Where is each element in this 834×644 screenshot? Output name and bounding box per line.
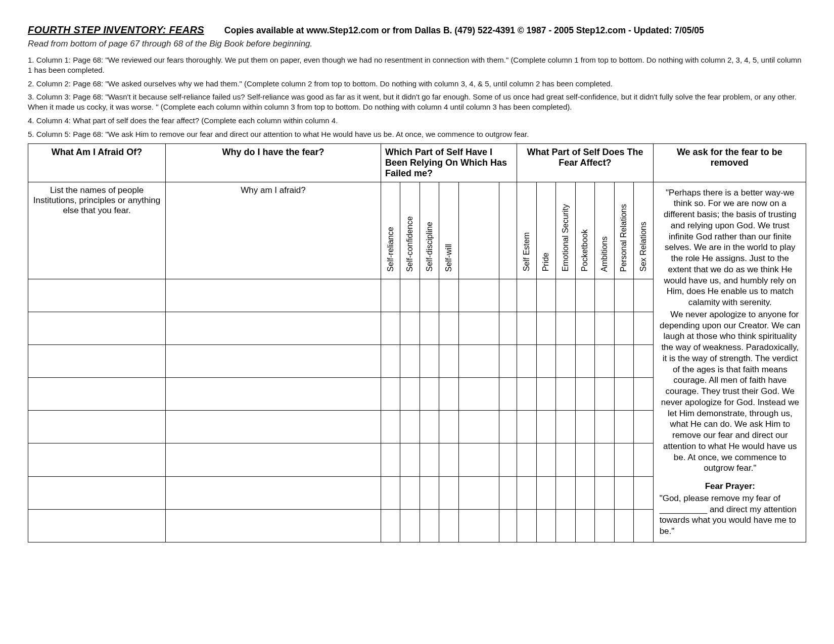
col-self-esteem: Self Estem [517, 182, 536, 279]
col-header-remove: We ask for the fear to be removed [653, 143, 806, 182]
col-relying-blank1 [458, 182, 499, 279]
header-info: Copies available at www.Step12.com or fr… [224, 25, 704, 36]
instruction-1: 1. Column 1: Page 68: "We reviewed our f… [28, 55, 806, 75]
sidebar-text: "Perhaps there is a better way-we think … [653, 182, 806, 542]
col-pride: Pride [536, 182, 555, 279]
col-header-what: What Am I Afraid Of? [28, 143, 166, 182]
sub-what: List the names of people Institutions, p… [28, 182, 166, 279]
subtitle: Read from bottom of page 67 through 68 o… [28, 39, 806, 49]
instruction-5: 5. Column 5: Page 68: "We ask Him to rem… [28, 129, 806, 139]
col-self-confidence: Self-confidence [400, 182, 420, 279]
instruction-3: 3. Column 3: Page 68: "Wasn't it because… [28, 92, 806, 112]
col-header-affect: What Part of Self Does The Fear Affect? [517, 143, 653, 182]
page-title: FOURTH STEP INVENTORY: FEARS [28, 24, 204, 36]
table-subheader-row: List the names of people Institutions, p… [28, 182, 806, 279]
sub-why: Why am I afraid? [166, 182, 381, 279]
col-pocketbook: Pocketbook [575, 182, 594, 279]
col-header-why: Why do I have the fear? [166, 143, 381, 182]
col-self-will: Self-will [439, 182, 458, 279]
sidebar-para1: "Perhaps there is a better way-we think … [660, 187, 801, 308]
inventory-table: What Am I Afraid Of? Why do I have the f… [28, 143, 806, 542]
col-emotional-security: Emotional Security [556, 182, 575, 279]
sidebar-para2: We never apologize to anyone for dependi… [660, 309, 801, 474]
table-header-row: What Am I Afraid Of? Why do I have the f… [28, 143, 806, 182]
prayer-text: "God, please remove my fear of _________… [660, 493, 801, 537]
prayer-title: Fear Prayer: [660, 481, 801, 492]
instructions-block: 1. Column 1: Page 68: "We reviewed our f… [28, 55, 806, 139]
col-self-discipline: Self-discipline [420, 182, 439, 279]
instruction-2: 2. Column 2: Page 68: "We asked ourselve… [28, 79, 806, 89]
col-ambitions: Ambitions [595, 182, 614, 279]
document-header: FOURTH STEP INVENTORY: FEARS Copies avai… [28, 24, 806, 36]
instruction-4: 4. Column 4: What part of self does the … [28, 116, 806, 126]
col-relying-blank2 [499, 182, 517, 279]
col-personal-relations: Personal Relations [614, 182, 633, 279]
col-self-reliance: Self-reliance [381, 182, 400, 279]
col-sex-relations: Sex Relations [634, 182, 654, 279]
col-header-relying: Which Part of Self Have I Been Relying O… [381, 143, 517, 182]
